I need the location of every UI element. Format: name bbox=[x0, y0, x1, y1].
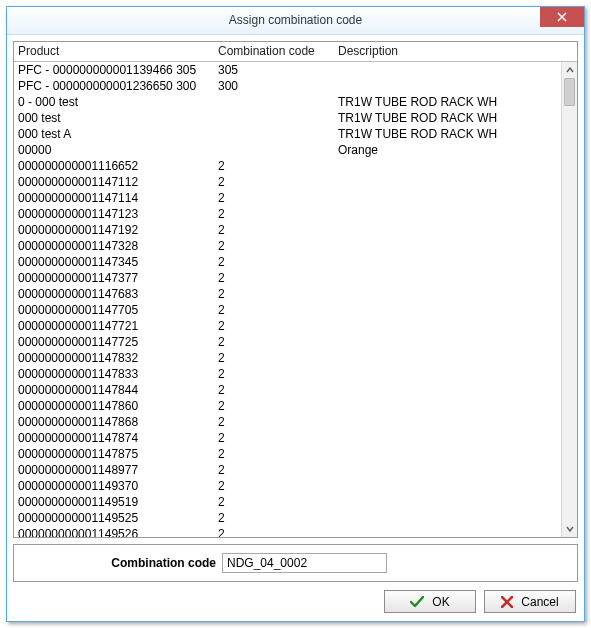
grid-body: PFC - 000000000001139466 305305PFC - 000… bbox=[14, 62, 577, 537]
grid-rows-viewport: PFC - 000000000001139466 305305PFC - 000… bbox=[14, 62, 561, 537]
cell-product: 000000000001149370 bbox=[14, 479, 214, 493]
cell-product: 000000000001147833 bbox=[14, 367, 214, 381]
cell-product: 000000000001149525 bbox=[14, 511, 214, 525]
cell-combination-code: 2 bbox=[214, 175, 334, 189]
table-row[interactable]: 0000000000011471142 bbox=[14, 190, 561, 206]
table-row[interactable]: 0000000000011477252 bbox=[14, 334, 561, 350]
cell-product: 000000000001147875 bbox=[14, 447, 214, 461]
cell-combination-code: 2 bbox=[214, 415, 334, 429]
scroll-down-button[interactable] bbox=[562, 521, 577, 537]
table-row[interactable]: 0 - 000 testTR1W TUBE ROD RACK WH bbox=[14, 94, 561, 110]
vertical-scrollbar[interactable] bbox=[561, 62, 577, 537]
cell-description: TR1W TUBE ROD RACK WH bbox=[334, 111, 561, 125]
close-icon bbox=[557, 12, 567, 22]
table-row[interactable]: 0000000000011471922 bbox=[14, 222, 561, 238]
table-row[interactable]: 0000000000011473772 bbox=[14, 270, 561, 286]
table-row[interactable]: 0000000000011495262 bbox=[14, 526, 561, 537]
cell-combination-code: 2 bbox=[214, 511, 334, 525]
cell-combination-code: 300 bbox=[214, 79, 334, 93]
table-row[interactable]: 0000000000011471122 bbox=[14, 174, 561, 190]
table-row[interactable]: 0000000000011478752 bbox=[14, 446, 561, 462]
cell-product: PFC - 000000000001236650 300 bbox=[14, 79, 214, 93]
cell-combination-code: 2 bbox=[214, 271, 334, 285]
cell-combination-code: 2 bbox=[214, 479, 334, 493]
col-header-description[interactable]: Description bbox=[334, 42, 561, 60]
cross-icon bbox=[501, 596, 513, 608]
table-row[interactable]: 0000000000011478332 bbox=[14, 366, 561, 382]
cell-product: 000000000001147721 bbox=[14, 319, 214, 333]
col-header-combination-code[interactable]: Combination code bbox=[214, 42, 334, 60]
cell-combination-code: 2 bbox=[214, 431, 334, 445]
table-row[interactable]: 0000000000011478322 bbox=[14, 350, 561, 366]
cell-combination-code: 2 bbox=[214, 527, 334, 537]
cell-product: 00000 bbox=[14, 143, 214, 157]
cell-combination-code: 2 bbox=[214, 287, 334, 301]
cell-combination-code: 2 bbox=[214, 255, 334, 269]
cell-product: 000000000001148977 bbox=[14, 463, 214, 477]
cell-product: 000000000001147114 bbox=[14, 191, 214, 205]
table-row[interactable]: PFC - 000000000001139466 305305 bbox=[14, 62, 561, 78]
table-row[interactable]: 000 testTR1W TUBE ROD RACK WH bbox=[14, 110, 561, 126]
table-row[interactable]: 0000000000011476832 bbox=[14, 286, 561, 302]
scroll-track[interactable] bbox=[562, 78, 577, 521]
table-row[interactable]: 0000000000011471232 bbox=[14, 206, 561, 222]
cell-description: Orange bbox=[334, 143, 561, 157]
titlebar: Assign combination code bbox=[7, 7, 584, 35]
ok-button[interactable]: OK bbox=[384, 590, 476, 613]
table-row[interactable]: 0000000000011473452 bbox=[14, 254, 561, 270]
table-row[interactable]: 0000000000011166522 bbox=[14, 158, 561, 174]
cell-product: 000000000001147868 bbox=[14, 415, 214, 429]
table-row[interactable]: 000 test ATR1W TUBE ROD RACK WH bbox=[14, 126, 561, 142]
cell-product: 0 - 000 test bbox=[14, 95, 214, 109]
window-title: Assign combination code bbox=[229, 13, 362, 27]
scroll-thumb[interactable] bbox=[564, 78, 575, 106]
cell-description: TR1W TUBE ROD RACK WH bbox=[334, 95, 561, 109]
cell-combination-code: 2 bbox=[214, 399, 334, 413]
cell-combination-code: 2 bbox=[214, 223, 334, 237]
cell-description: TR1W TUBE ROD RACK WH bbox=[334, 127, 561, 141]
cell-product: 000000000001147192 bbox=[14, 223, 214, 237]
cell-combination-code: 2 bbox=[214, 191, 334, 205]
cell-product: 000000000001147112 bbox=[14, 175, 214, 189]
combination-code-label: Combination code bbox=[22, 556, 222, 570]
cell-combination-code: 2 bbox=[214, 319, 334, 333]
cell-combination-code: 2 bbox=[214, 495, 334, 509]
table-row[interactable]: PFC - 000000000001236650 300300 bbox=[14, 78, 561, 94]
cell-product: 000000000001149519 bbox=[14, 495, 214, 509]
cancel-button[interactable]: Cancel bbox=[484, 590, 576, 613]
table-row[interactable]: 0000000000011477052 bbox=[14, 302, 561, 318]
table-row[interactable]: 0000000000011495252 bbox=[14, 510, 561, 526]
cell-combination-code: 2 bbox=[214, 351, 334, 365]
chevron-down-icon bbox=[566, 524, 574, 534]
cell-product: 000000000001147705 bbox=[14, 303, 214, 317]
cell-product: 000000000001147874 bbox=[14, 431, 214, 445]
table-row[interactable]: 0000000000011493702 bbox=[14, 478, 561, 494]
dialog-buttons: OK Cancel bbox=[13, 590, 578, 615]
cell-combination-code: 2 bbox=[214, 207, 334, 221]
scroll-up-button[interactable] bbox=[562, 62, 577, 78]
col-header-product[interactable]: Product bbox=[14, 42, 214, 60]
table-row[interactable]: 0000000000011478602 bbox=[14, 398, 561, 414]
chevron-up-icon bbox=[566, 65, 574, 75]
cell-product: 000000000001147832 bbox=[14, 351, 214, 365]
table-row[interactable]: 0000000000011477212 bbox=[14, 318, 561, 334]
cell-product: 000000000001147725 bbox=[14, 335, 214, 349]
cell-combination-code: 2 bbox=[214, 239, 334, 253]
assign-combination-code-window: Assign combination code Product Combinat… bbox=[6, 6, 585, 622]
check-icon bbox=[410, 596, 424, 608]
table-row[interactable]: 0000000000011478442 bbox=[14, 382, 561, 398]
table-row[interactable]: 0000000000011478742 bbox=[14, 430, 561, 446]
cell-combination-code: 2 bbox=[214, 367, 334, 381]
close-button[interactable] bbox=[540, 7, 584, 27]
cell-product: 000000000001116652 bbox=[14, 159, 214, 173]
cell-product: 000000000001147328 bbox=[14, 239, 214, 253]
table-row[interactable]: 0000000000011473282 bbox=[14, 238, 561, 254]
combination-code-input[interactable] bbox=[222, 553, 387, 573]
cell-product: 000000000001147345 bbox=[14, 255, 214, 269]
table-row[interactable]: 00000Orange bbox=[14, 142, 561, 158]
client-area: Product Combination code Description PFC… bbox=[7, 35, 584, 621]
table-row[interactable]: 0000000000011495192 bbox=[14, 494, 561, 510]
table-row[interactable]: 0000000000011478682 bbox=[14, 414, 561, 430]
table-row[interactable]: 0000000000011489772 bbox=[14, 462, 561, 478]
cell-product: 000000000001147123 bbox=[14, 207, 214, 221]
